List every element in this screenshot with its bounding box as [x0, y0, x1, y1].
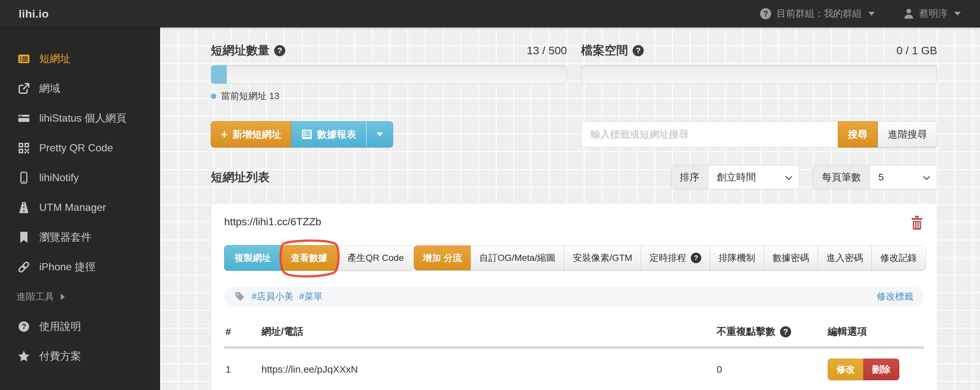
list-head-row: 短網址列表 排序 創立時間 每頁筆數 5 — [211, 165, 937, 189]
col-clicks-header: 不重複點擊數 ? — [717, 325, 828, 338]
col-url-header: 網址/電話 — [261, 325, 717, 338]
help-icon[interactable]: ? — [633, 45, 644, 56]
row-unique-clicks: 0 — [717, 364, 828, 375]
sidebar-item-pretty-qr-code[interactable]: Pretty QR Code — [0, 133, 160, 163]
report-dropdown-toggle[interactable] — [366, 121, 393, 147]
data-report-label: 數據報表 — [317, 128, 356, 141]
current-group-dropdown[interactable]: ? 目前群組：我的群組 — [760, 7, 875, 20]
short-url-text[interactable]: https://lihi1.cc/6TZZb — [224, 216, 321, 228]
sort-group: 排序 創立時間 — [671, 165, 799, 189]
sidebar-item-utm-manager[interactable]: UTM Manager — [0, 193, 160, 222]
mobile-icon — [18, 172, 30, 184]
help-icon: ? — [691, 253, 701, 263]
delete-card-button[interactable] — [910, 216, 924, 231]
queue-mechanism-button[interactable]: 排隊機制 — [710, 245, 764, 271]
topbar: lihi.io ? 目前群組：我的群組 蔡明淳 — [0, 0, 980, 27]
sidebar-item-lihinotify[interactable]: lihiNotify — [0, 163, 160, 193]
star-icon — [18, 350, 30, 362]
sidebar-item-short-urls[interactable]: 短網址 — [0, 44, 160, 73]
search-group: 搜尋 進階搜尋 — [581, 121, 937, 147]
custom-og-meta-button[interactable]: 自訂OG/Meta/縮圖 — [471, 245, 564, 271]
bookmark-icon — [18, 231, 30, 244]
sidebar-item-lihistatus[interactable]: lihiStatus 個人網頁 — [0, 103, 160, 133]
feature-buttons-group: 增加 分流 自訂OG/Meta/縮圖 安裝像素/GTM 定時排程 ? 排隊機制 … — [414, 245, 926, 271]
report-icon — [301, 129, 312, 140]
legend-dot-icon — [211, 94, 216, 99]
sidebar-item-label: 短網址 — [39, 52, 71, 66]
sidebar-item-label: 使用說明 — [39, 319, 81, 334]
chevron-down-icon — [377, 132, 383, 136]
trash-icon — [910, 216, 924, 231]
help-icon[interactable]: ? — [274, 45, 285, 56]
sidebar-item-label: 付費方案 — [39, 349, 81, 363]
storage-quota-title: 檔案空間 — [581, 43, 628, 59]
sort-select[interactable]: 創立時間 — [708, 166, 799, 189]
chevron-down-icon — [954, 12, 961, 16]
schedule-button[interactable]: 定時排程 ? — [641, 245, 710, 271]
row-edit-group: 修改 刪除 — [828, 359, 923, 380]
table-header-row: # 網址/電話 不重複點擊數 ? 編輯選項 — [224, 320, 924, 349]
storage-quota-stat: 檔案空間 ? 0 / 1 GB — [581, 43, 937, 102]
svg-text:?: ? — [22, 322, 26, 331]
edit-tags-link[interactable]: 修改標籤 — [877, 290, 913, 303]
sidebar-item-paid-plans[interactable]: 付費方案 — [0, 341, 160, 371]
edit-row-button[interactable]: 修改 — [828, 359, 864, 380]
link-icon — [18, 261, 30, 273]
search-button[interactable]: 搜尋 — [838, 121, 878, 147]
chevron-down-icon — [785, 173, 792, 180]
tag-icon — [235, 291, 245, 302]
add-split-button[interactable]: 增加 分流 — [414, 245, 471, 271]
data-password-button[interactable]: 數據密碼 — [764, 245, 818, 271]
tag-link[interactable]: #店員小美 — [251, 290, 293, 303]
storage-quota-count: 0 / 1 GB — [896, 44, 937, 57]
row-destination-url: https://lin.ee/pJqXXxN — [261, 364, 717, 375]
col-edit-header: 編輯選項 — [828, 325, 923, 338]
sidebar-item-label: UTM Manager — [39, 201, 106, 213]
short-url-quota-stat: 短網址數量 ? 13 / 500 當前短網址 13 — [211, 43, 567, 102]
sidebar-item-help[interactable]: ? 使用說明 — [0, 312, 160, 341]
view-data-button[interactable]: 查看數據 — [281, 245, 337, 271]
copy-url-button[interactable]: 複製網址 — [224, 245, 281, 271]
destinations-table: # 網址/電話 不重複點擊數 ? 編輯選項 1 https://lin.ee/p… — [224, 320, 924, 383]
sidebar-section-label: 進階工具 — [16, 290, 54, 303]
stats-row: 短網址數量 ? 13 / 500 當前短網址 13 檔案空間 — [211, 43, 937, 102]
primary-actions-group: + 新增短網址 數據報表 — [211, 121, 393, 147]
help-icon: ? — [760, 8, 771, 19]
per-page-group: 每頁筆數 5 — [813, 165, 937, 189]
short-url-progress-fill — [211, 65, 227, 84]
advanced-search-button[interactable]: 進階搜尋 — [878, 121, 937, 147]
short-url-card: https://lihi1.cc/6TZZb — [211, 203, 937, 390]
entry-password-button[interactable]: 進入密碼 — [818, 245, 872, 271]
user-menu-dropdown[interactable]: 蔡明淳 — [904, 7, 961, 20]
sidebar-item-label: 瀏覽器套件 — [39, 230, 92, 245]
help-icon[interactable]: ? — [780, 326, 791, 337]
page-title: 短網址列表 — [211, 169, 270, 185]
sidebar-section-advanced-tools[interactable]: 進階工具 — [0, 282, 160, 312]
sidebar-item-label: Pretty QR Code — [39, 142, 113, 154]
sort-controls: 排序 創立時間 每頁筆數 5 — [671, 165, 937, 189]
question-circle-icon: ? — [18, 321, 30, 333]
plus-icon: + — [221, 129, 228, 140]
tag-strip: #店員小美 #菜單 修改標籤 — [224, 287, 924, 307]
sidebar: 短網址 網域 lihiStatus 個人網頁 — [0, 27, 160, 390]
sidebar-item-domains[interactable]: 網域 — [0, 73, 160, 103]
short-url-legend-label: 當前短網址 13 — [221, 90, 279, 102]
install-pixel-gtm-button[interactable]: 安裝像素/GTM — [564, 245, 641, 271]
storage-progress-bar — [581, 65, 937, 84]
short-url-progress-bar — [211, 65, 567, 84]
per-page-select[interactable]: 5 — [870, 166, 937, 189]
tag-link[interactable]: #菜單 — [299, 290, 323, 303]
toolbar-row: + 新增短網址 數據報表 — [211, 121, 937, 147]
edit-history-button[interactable]: 修改記錄 — [872, 245, 926, 271]
short-url-quota-count: 13 / 500 — [527, 44, 567, 57]
sidebar-item-label: 網域 — [39, 81, 60, 96]
sidebar-item-iphone-shortcut[interactable]: iPhone 捷徑 — [0, 252, 160, 282]
current-group-label: 目前群組：我的群組 — [776, 7, 862, 20]
add-short-url-label: 新增短網址 — [232, 128, 282, 141]
data-report-button[interactable]: 數據報表 — [291, 121, 366, 147]
search-input[interactable] — [581, 121, 838, 147]
sidebar-item-browser-extension[interactable]: 瀏覽器套件 — [0, 222, 160, 252]
add-short-url-button[interactable]: + 新增短網址 — [211, 121, 291, 147]
generate-qr-button[interactable]: 產生QR Code — [337, 245, 414, 271]
delete-row-button[interactable]: 刪除 — [863, 359, 899, 380]
